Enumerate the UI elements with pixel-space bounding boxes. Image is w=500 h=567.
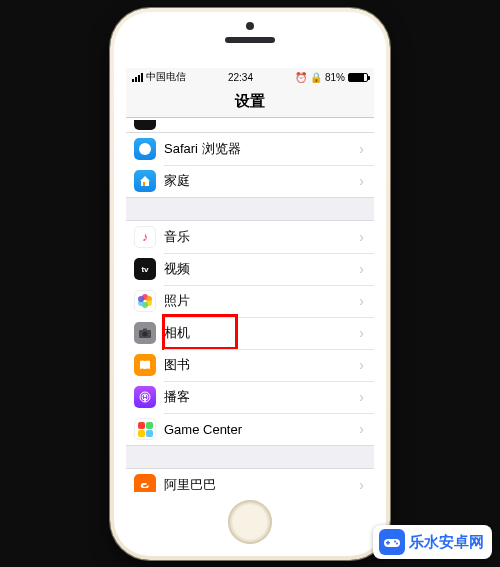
- svg-point-14: [396, 543, 398, 545]
- settings-row-podcast[interactable]: 播客 ›: [126, 381, 374, 413]
- svg-point-5: [143, 332, 148, 337]
- books-icon: [134, 354, 156, 376]
- alarm-icon: ⏰: [295, 72, 307, 83]
- settings-group: Safari 浏览器 › 家庭 ›: [126, 133, 374, 198]
- gamepad-icon: [379, 529, 405, 555]
- settings-row-alibaba[interactable]: 阿里巴巴 ›: [126, 469, 374, 492]
- svg-rect-12: [387, 541, 389, 545]
- screen: 中国电信 22:34 ⏰ 🔒 81% 设置: [126, 68, 374, 492]
- svg-point-9: [144, 395, 146, 397]
- settings-row-label: 视频: [164, 260, 359, 278]
- phone-top-hardware: [114, 12, 386, 68]
- phone-frame: 中国电信 22:34 ⏰ 🔒 81% 设置: [110, 8, 390, 560]
- front-camera-icon: [246, 22, 254, 30]
- settings-scroll[interactable]: Safari 浏览器 › 家庭 › ♪: [126, 118, 374, 492]
- chevron-right-icon: ›: [359, 141, 364, 157]
- svg-rect-3: [143, 182, 145, 186]
- orientation-lock-icon: 🔒: [310, 72, 322, 83]
- settings-row-label: 播客: [164, 388, 359, 406]
- svg-point-0: [139, 143, 151, 155]
- chevron-right-icon: ›: [359, 229, 364, 245]
- settings-row-partial[interactable]: [126, 118, 374, 132]
- settings-row-photos[interactable]: 照片 ›: [126, 285, 374, 317]
- settings-row-label: Safari 浏览器: [164, 140, 359, 158]
- settings-row-camera[interactable]: 相机 ›: [126, 317, 374, 349]
- settings-row-label: 图书: [164, 356, 359, 374]
- chevron-right-icon: ›: [359, 261, 364, 277]
- battery-icon: [348, 73, 368, 82]
- music-icon: ♪: [134, 226, 156, 248]
- safari-icon: [134, 138, 156, 160]
- chevron-right-icon: ›: [359, 421, 364, 437]
- settings-row-label: 音乐: [164, 228, 359, 246]
- chevron-right-icon: ›: [359, 477, 364, 492]
- settings-row-music[interactable]: ♪ 音乐 ›: [126, 221, 374, 253]
- watermark: 乐水安卓网: [373, 525, 492, 559]
- chevron-right-icon: ›: [359, 357, 364, 373]
- signal-icon: [132, 73, 143, 82]
- watermark-text: 乐水安卓网: [409, 533, 484, 552]
- battery-percent: 81%: [325, 72, 345, 83]
- status-bar: 中国电信 22:34 ⏰ 🔒 81%: [126, 68, 374, 86]
- settings-row-label: 相机: [164, 324, 359, 342]
- status-time: 22:34: [228, 72, 253, 83]
- chevron-right-icon: ›: [359, 325, 364, 341]
- svg-rect-6: [143, 329, 147, 331]
- home-icon: [134, 170, 156, 192]
- settings-row-game-center[interactable]: Game Center ›: [126, 413, 374, 445]
- carrier-label: 中国电信: [146, 70, 186, 84]
- home-button[interactable]: [228, 500, 272, 544]
- speaker-icon: [225, 37, 275, 43]
- settings-row-label: Game Center: [164, 422, 359, 437]
- chevron-right-icon: ›: [359, 293, 364, 309]
- settings-row-label: 照片: [164, 292, 359, 310]
- settings-group: 阿里巴巴 › 百度网盘 ›: [126, 468, 374, 492]
- svg-point-13: [394, 541, 396, 543]
- photos-icon: [134, 290, 156, 312]
- settings-row-safari[interactable]: Safari 浏览器 ›: [126, 133, 374, 165]
- settings-row-label: 阿里巴巴: [164, 476, 359, 492]
- alibaba-icon: [134, 474, 156, 492]
- podcast-icon: [134, 386, 156, 408]
- page-title: 设置: [235, 92, 265, 111]
- settings-row-video[interactable]: tv 视频 ›: [126, 253, 374, 285]
- settings-row-label: 家庭: [164, 172, 359, 190]
- nav-bar: 设置: [126, 86, 374, 118]
- game-center-icon: [134, 418, 156, 440]
- settings-row-home[interactable]: 家庭 ›: [126, 165, 374, 197]
- settings-row-books[interactable]: 图书 ›: [126, 349, 374, 381]
- video-icon: tv: [134, 258, 156, 280]
- chevron-right-icon: ›: [359, 173, 364, 189]
- unknown-icon: [134, 120, 156, 130]
- settings-group: ♪ 音乐 › tv 视频 › 照片 ›: [126, 220, 374, 446]
- settings-group-partial-top: [126, 118, 374, 133]
- chevron-right-icon: ›: [359, 389, 364, 405]
- camera-icon: [134, 322, 156, 344]
- phone-bezel: 中国电信 22:34 ⏰ 🔒 81% 设置: [114, 12, 386, 556]
